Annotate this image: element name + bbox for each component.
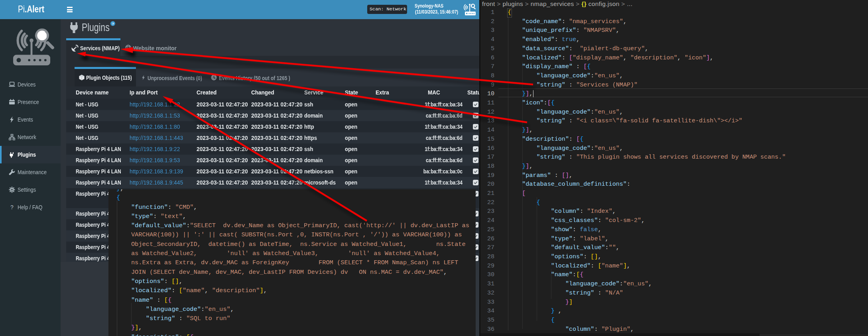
svg-text:?: ? xyxy=(10,204,14,210)
